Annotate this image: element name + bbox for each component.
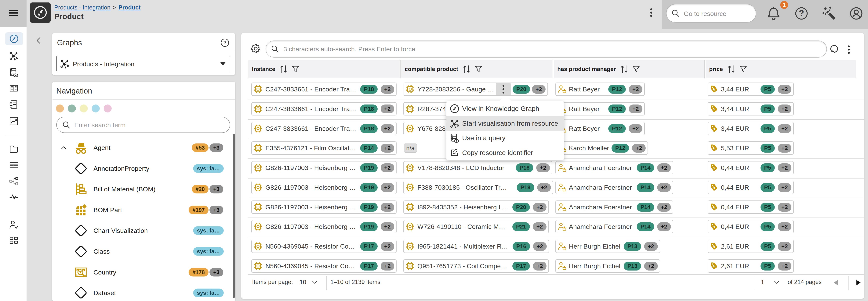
svg-text:?: ? xyxy=(223,40,226,45)
